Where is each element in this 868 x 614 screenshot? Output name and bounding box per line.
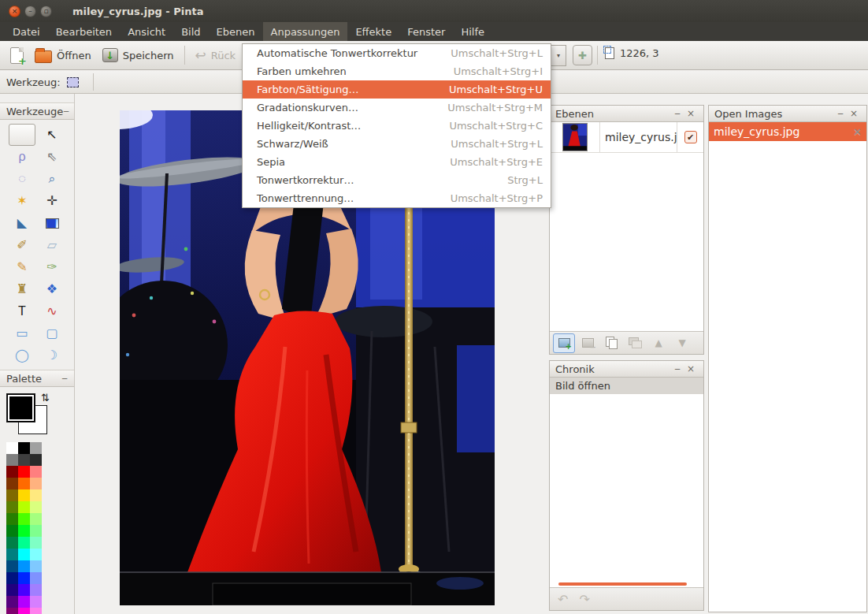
tool-color-picker[interactable]: ✑ (39, 256, 65, 278)
dropdown-menu-item[interactable]: Gradationskurven… Umschalt+Strg+M (243, 99, 551, 117)
swap-colors-icon[interactable]: ⇅ (41, 392, 50, 404)
tool-pencil[interactable]: ✎ (9, 256, 35, 278)
layer-visible-checkbox[interactable]: ✔ (684, 131, 697, 143)
history-redo-button[interactable]: ↷ (579, 592, 589, 607)
palette-swatch[interactable] (18, 537, 30, 549)
palette-swatch[interactable] (18, 454, 30, 466)
palette-swatch[interactable] (6, 537, 18, 549)
tool-zoom[interactable]: ⌕ (39, 168, 65, 190)
palette-swatch[interactable] (30, 572, 42, 584)
primary-color-well[interactable] (6, 393, 35, 422)
palette-swatch[interactable] (30, 537, 42, 549)
minimize-window-button[interactable]: – (24, 6, 36, 17)
dropdown-menu-item[interactable]: Tonwerttrennung… Umschalt+Strg+P (243, 189, 551, 207)
dropdown-menu-item[interactable]: Sepia Umschalt+Strg+E (243, 153, 551, 171)
menubar-item-Datei[interactable]: Datei (5, 22, 48, 41)
close-panel-icon[interactable]: × (684, 364, 698, 374)
open-button[interactable]: Öffnen (29, 45, 97, 65)
tool-text[interactable]: T (9, 300, 35, 322)
palette-swatch[interactable] (18, 572, 30, 584)
new-image-button[interactable]: + (5, 45, 29, 66)
dropdown-menu-item[interactable]: Helligkeit/Kontrast… Umschalt+Strg+C (243, 117, 551, 135)
palette-swatch[interactable] (18, 513, 30, 525)
palette-swatch[interactable] (18, 525, 30, 537)
palette-swatch[interactable] (6, 608, 18, 614)
palette-swatch[interactable] (18, 466, 30, 478)
palette-swatch[interactable] (6, 454, 18, 466)
tool-pan[interactable]: ✛ (39, 190, 65, 212)
menubar-item-Bild[interactable]: Bild (173, 22, 208, 41)
palette-swatch[interactable] (30, 525, 42, 537)
tool-paintbrush[interactable]: ✐ (9, 234, 35, 256)
minimize-panel-icon[interactable]: ‒ (671, 364, 684, 374)
tool-clone-stamp[interactable]: ♜ (9, 278, 35, 300)
open-image-item[interactable]: miley_cyrus.jpg ✕ (709, 122, 866, 141)
palette-swatch[interactable] (6, 572, 18, 584)
palette-swatch[interactable] (30, 501, 42, 513)
close-panel-icon[interactable]: × (684, 109, 698, 118)
palette-swatch[interactable] (6, 478, 18, 489)
history-item[interactable]: Bild öffnen (550, 378, 703, 394)
dropdown-menu-item[interactable]: Schwarz/Weiß Umschalt+Strg+L (243, 135, 551, 153)
palette-swatch[interactable] (6, 596, 18, 608)
add-layer-button[interactable]: + (553, 333, 575, 353)
history-undo-button[interactable]: ↶ (558, 592, 568, 607)
save-button[interactable]: ↓ Speichern (97, 46, 180, 65)
duplicate-layer-button[interactable] (600, 333, 622, 353)
palette-swatch[interactable] (6, 560, 18, 572)
palette-swatch[interactable] (30, 584, 42, 596)
tool-gradient[interactable]: ▉ (39, 212, 65, 234)
palette-swatch[interactable] (18, 501, 30, 513)
close-image-icon[interactable]: ✕ (853, 126, 862, 138)
tool-ellipse-select[interactable]: ◌ (9, 168, 35, 190)
dropdown-menu-item[interactable]: Tonwertkorrektur… Strg+L (243, 171, 551, 189)
palette-swatch[interactable] (6, 466, 18, 478)
palette-swatch[interactable] (30, 596, 42, 608)
palette-swatch[interactable] (18, 584, 30, 596)
merge-layer-button[interactable] (624, 333, 646, 353)
minimize-panel-icon[interactable]: ‒ (671, 109, 684, 118)
palette-swatch[interactable] (6, 584, 18, 596)
close-window-button[interactable]: × (9, 6, 20, 17)
palette-swatch[interactable] (18, 560, 30, 572)
palette-swatch[interactable] (18, 596, 30, 608)
undo-button[interactable]: ↩ Rück (190, 47, 242, 65)
menubar-item-Hilfe[interactable]: Hilfe (453, 22, 492, 41)
layer-row[interactable]: miley_cyrus.jp ✔ (550, 122, 703, 153)
tool-eraser[interactable]: ▱ (39, 234, 65, 256)
tool-freeform-shape[interactable]: ☽ (39, 344, 65, 367)
collapse-icon[interactable]: ‒ (63, 106, 69, 117)
palette-swatch[interactable] (30, 560, 42, 572)
menubar-item-Ebenen[interactable]: Ebenen (209, 22, 263, 41)
menubar-item-Bearbeiten[interactable]: Bearbeiten (48, 22, 120, 41)
menubar-item-Fenster[interactable]: Fenster (399, 22, 453, 41)
palette-swatch[interactable] (30, 608, 42, 614)
palette-swatch[interactable] (30, 513, 42, 525)
current-tool-icon[interactable] (67, 77, 79, 87)
delete-layer-button[interactable]: − (577, 333, 599, 353)
horizontal-scrollbar[interactable] (558, 582, 687, 586)
palette-swatch[interactable] (18, 549, 30, 560)
minimize-panel-icon[interactable]: ‒ (834, 109, 847, 118)
move-layer-down-button[interactable]: ▼ (671, 333, 693, 353)
tool-magic-wand[interactable]: ✶ (9, 190, 35, 212)
palette-swatch[interactable] (6, 549, 18, 560)
tool-line-curve[interactable]: ∿ (39, 300, 65, 322)
move-layer-up-button[interactable]: ▲ (647, 333, 670, 353)
palette-swatch[interactable] (6, 513, 18, 525)
tool-move-selected[interactable]: ⇖ (39, 146, 65, 168)
tool-rounded-rectangle[interactable]: ▢ (39, 322, 65, 344)
menubar-item-Effekte[interactable]: Effekte (347, 22, 399, 41)
crop-to-selection-button[interactable]: ✚ (573, 45, 592, 65)
palette-swatch[interactable] (18, 608, 30, 614)
tool-ellipse[interactable]: ◯ (9, 344, 35, 367)
tool-move-selection[interactable]: ↖ (39, 124, 65, 146)
maximize-window-button[interactable]: ▫ (40, 6, 52, 17)
tool-rectangle-select[interactable] (9, 124, 35, 146)
close-panel-icon[interactable]: × (847, 109, 861, 118)
dropdown-menu-item[interactable]: Farbton/Sättigung… Umschalt+Strg+U (243, 80, 551, 99)
menubar-item-Ansicht[interactable]: Ansicht (120, 22, 173, 41)
palette-swatch[interactable] (6, 525, 18, 537)
tool-lasso-select[interactable]: ρ (9, 146, 35, 168)
tool-rectangle[interactable]: ▭ (9, 322, 35, 344)
